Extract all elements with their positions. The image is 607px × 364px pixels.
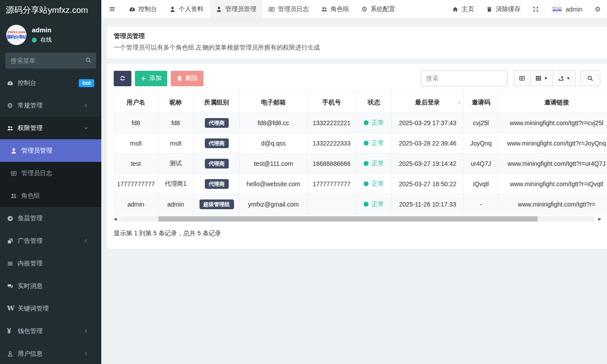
tab-config[interactable]: ⚙系统配置: [355, 0, 401, 18]
group-badge: 代理商: [205, 138, 229, 148]
status-cell: 正常: [356, 174, 392, 194]
users-icon: [321, 6, 327, 12]
sidebar-item-general[interactable]: ⚙常规管理: [0, 94, 101, 117]
brand-logo[interactable]: 源码分享站ymfxz.com: [0, 0, 101, 20]
refresh-button[interactable]: [114, 71, 131, 86]
email-cell: fd8@fd8.cc: [240, 113, 307, 133]
sidebar-item-label: 管理员管理: [21, 147, 52, 155]
sidebar-item-console[interactable]: 控制台hot: [0, 72, 101, 94]
last_login-cell: 2025-03-28 22:39:46: [392, 133, 464, 153]
columns-dropdown-button[interactable]: ▼: [530, 70, 553, 86]
mobile-cell: 13322222333: [307, 133, 356, 153]
online-status-label: 在线: [40, 36, 52, 44]
sidebar-item-fish[interactable]: 鱼苗管理: [0, 207, 101, 230]
column-header-nickname: 昵称: [158, 92, 194, 113]
export-dropdown-button[interactable]: ▼: [553, 70, 576, 86]
tab-admin-log[interactable]: 管理员日志: [262, 0, 315, 18]
clone-icon: [7, 238, 18, 244]
group-cell: 代理商: [194, 133, 240, 153]
column-label: 手机号: [323, 99, 341, 106]
scroll-left-arrow[interactable]: ◀: [114, 217, 120, 221]
status-cell: 正常: [356, 113, 392, 133]
tab-group[interactable]: 角色组: [315, 0, 355, 18]
invite_link-cell: www.miningfight.com/tgtt?r=ur4Q7J: [499, 153, 607, 174]
sidebar-item-embed[interactable]: 内嵌管理: [0, 252, 101, 275]
hamburger-icon: [109, 6, 115, 12]
table-search-input[interactable]: [421, 70, 507, 86]
column-label: 邀请码: [472, 99, 490, 106]
table-row[interactable]: ms8ms8代理商d@q.qss13322222333正常2025-03-28 …: [114, 133, 607, 153]
tab-label: 管理员日志: [278, 5, 309, 13]
delete-button[interactable]: 删除: [171, 71, 204, 86]
nickname-cell: ms8: [158, 133, 194, 153]
search-icon[interactable]: [85, 57, 92, 63]
add-button[interactable]: 添加: [135, 71, 167, 86]
username-cell: admin: [114, 194, 158, 215]
menu-search-input[interactable]: [5, 53, 96, 69]
invite_code-cell: iQvqtl: [464, 174, 499, 194]
table-search-button[interactable]: [580, 70, 600, 86]
tab-label: 管理员管理: [225, 5, 256, 13]
invite_code-cell: cvj25l: [464, 113, 499, 133]
gear-icon: ⚙: [595, 6, 601, 12]
last_login-cell: 2025-03-27 18:50:22: [392, 174, 464, 194]
tab-profile[interactable]: 个人资料: [163, 0, 210, 18]
topnav-tabs: 控制台个人资料管理员管理管理员日志角色组⚙系统配置: [101, 0, 401, 18]
avatar-text: 源码分享站: [7, 34, 27, 40]
page-subtitle: 一个管理员可以有多个角色组,左侧的菜单根据管理员所拥有的权限进行生成: [114, 44, 600, 52]
table-row[interactable]: test测试代理商test@111.com16688886666正常2025-0…: [114, 153, 607, 174]
nickname-cell: 测试: [158, 153, 194, 174]
sidebar-item-admin[interactable]: 管理员管理: [0, 139, 101, 162]
topnav-settings-button[interactable]: ⚙: [589, 0, 607, 18]
table-row[interactable]: adminadmin超级管理组ymfxz@gmail.com正常2025-11-…: [114, 194, 607, 215]
topnav-user-menu[interactable]: Ymfxz.com源码分享站admin: [545, 0, 588, 18]
online-dot-icon: [32, 38, 37, 42]
grid-icon: [535, 75, 542, 81]
tachometer-icon: [129, 6, 135, 12]
avatar-text: Ymfxz.com: [7, 30, 26, 34]
scrollbar-track[interactable]: [120, 216, 595, 222]
topnav-home-button[interactable]: 主页: [446, 0, 480, 18]
scrollbar-thumb[interactable]: [158, 216, 538, 222]
column-header-last_login[interactable]: 最后登录▲▼: [392, 92, 464, 113]
status-badge: 正常: [364, 180, 384, 188]
sidebar-item-group[interactable]: 角色组: [0, 184, 101, 207]
invite_code-cell: ur4Q7J: [464, 153, 499, 174]
comments-icon: [7, 283, 18, 289]
trash-icon: [177, 75, 183, 81]
sidebar-item-ads[interactable]: 广告管理: [0, 230, 101, 252]
group-cell: 代理商: [194, 113, 240, 133]
column-label: 昵称: [169, 99, 182, 106]
tab-console[interactable]: 控制台: [123, 0, 163, 18]
table-row[interactable]: 17777777777代理商1代理商hello@website.com17777…: [114, 174, 607, 194]
sidebar-item-label: 鱼苗管理: [18, 215, 42, 222]
common-search-button[interactable]: [514, 70, 530, 86]
scroll-right-arrow[interactable]: ▶: [595, 217, 601, 221]
tab-admin[interactable]: 管理员管理: [210, 0, 262, 18]
sidebar-toggle-button[interactable]: [101, 0, 123, 18]
sidebar-item-message[interactable]: 实时消息: [0, 275, 101, 297]
sort-arrows-icon[interactable]: ▲▼: [458, 100, 461, 105]
topnav-clear-cache-button[interactable]: 清除缓存: [480, 0, 526, 18]
table-row[interactable]: fd8fd8代理商fd8@fd8.cc13322222221正常2025-03-…: [114, 113, 607, 133]
mobile-cell: 17777777777: [307, 174, 356, 194]
tab-label: 系统配置: [370, 5, 395, 13]
column-header-mobile: 手机号: [307, 92, 356, 113]
sidebar-item-wallet[interactable]: ¥钱包管理: [0, 320, 101, 342]
nickname-cell: fd8: [158, 113, 194, 133]
search-icon: [587, 75, 593, 81]
sidebar-item-userinfo[interactable]: 用户信息: [0, 342, 101, 364]
topnav-fullscreen-button[interactable]: [526, 0, 545, 18]
list-alt-icon: [519, 75, 525, 81]
sidebar-item-admin-log[interactable]: 管理员日志: [0, 162, 101, 184]
sidebar-item-keyword[interactable]: W关键词管理: [0, 297, 101, 320]
username-cell: ms8: [114, 133, 158, 153]
user-icon: [169, 6, 176, 12]
sidebar-item-auth[interactable]: 权限管理: [0, 117, 101, 139]
hot-badge: hot: [79, 79, 94, 87]
users-icon: [11, 193, 21, 199]
topnav-item-label: 主页: [461, 5, 474, 13]
status-badge: 正常: [364, 200, 384, 208]
chevron-left-icon: [84, 329, 94, 333]
user-avatar: Ymfxz.com源码分享站: [551, 4, 562, 15]
